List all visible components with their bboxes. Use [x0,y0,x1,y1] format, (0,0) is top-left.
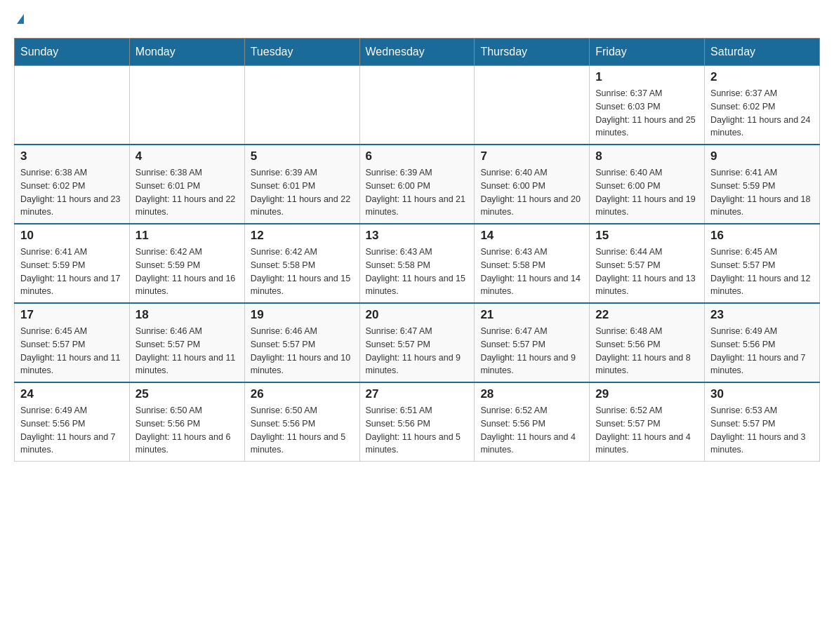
calendar-day-cell: 10Sunrise: 6:41 AMSunset: 5:59 PMDayligh… [15,224,130,303]
page-header [14,14,820,24]
calendar-day-header: Saturday [705,39,820,66]
calendar-day-cell [129,66,244,145]
day-number: 10 [20,229,124,243]
calendar-day-header: Sunday [15,39,130,66]
day-info: Sunrise: 6:43 AMSunset: 5:58 PMDaylight:… [480,246,583,298]
day-info: Sunrise: 6:40 AMSunset: 6:00 PMDaylight:… [480,166,583,219]
calendar-day-header: Wednesday [359,39,475,66]
day-info: Sunrise: 6:50 AMSunset: 5:56 PMDaylight:… [135,404,239,457]
day-info: Sunrise: 6:37 AMSunset: 6:03 PMDaylight:… [595,87,699,140]
day-number: 15 [595,229,699,243]
calendar-day-cell [15,66,130,145]
day-info: Sunrise: 6:44 AMSunset: 5:57 PMDaylight:… [595,246,699,298]
calendar-day-cell: 17Sunrise: 6:45 AMSunset: 5:57 PMDayligh… [15,303,130,382]
calendar-week-row: 24Sunrise: 6:49 AMSunset: 5:56 PMDayligh… [15,382,820,462]
day-info: Sunrise: 6:52 AMSunset: 5:56 PMDaylight:… [480,404,583,457]
calendar-day-cell: 6Sunrise: 6:39 AMSunset: 6:00 PMDaylight… [359,145,475,224]
calendar-day-cell: 3Sunrise: 6:38 AMSunset: 6:02 PMDaylight… [15,145,130,224]
calendar-day-cell: 19Sunrise: 6:46 AMSunset: 5:57 PMDayligh… [244,303,359,382]
logo-triangle-icon [17,14,24,24]
calendar-day-cell: 5Sunrise: 6:39 AMSunset: 6:01 PMDaylight… [244,145,359,224]
day-info: Sunrise: 6:42 AMSunset: 5:59 PMDaylight:… [135,246,239,298]
day-number: 12 [251,229,354,243]
calendar-day-cell: 8Sunrise: 6:40 AMSunset: 6:00 PMDaylight… [590,145,705,224]
day-number: 23 [710,308,814,322]
day-number: 13 [366,229,469,243]
calendar-table: SundayMondayTuesdayWednesdayThursdayFrid… [14,38,820,462]
day-info: Sunrise: 6:46 AMSunset: 5:57 PMDaylight:… [251,325,354,377]
calendar-day-cell: 26Sunrise: 6:50 AMSunset: 5:56 PMDayligh… [244,382,359,462]
calendar-day-cell: 12Sunrise: 6:42 AMSunset: 5:58 PMDayligh… [244,224,359,303]
calendar-day-cell: 15Sunrise: 6:44 AMSunset: 5:57 PMDayligh… [590,224,705,303]
calendar-day-cell [475,66,590,145]
day-info: Sunrise: 6:37 AMSunset: 6:02 PMDaylight:… [710,87,814,140]
calendar-day-cell: 7Sunrise: 6:40 AMSunset: 6:00 PMDaylight… [475,145,590,224]
day-info: Sunrise: 6:39 AMSunset: 6:00 PMDaylight:… [366,166,469,219]
day-number: 9 [710,149,814,163]
day-info: Sunrise: 6:40 AMSunset: 6:00 PMDaylight:… [595,166,699,219]
day-number: 28 [480,387,583,401]
day-number: 4 [135,149,239,163]
day-number: 25 [135,387,239,401]
calendar-day-cell: 29Sunrise: 6:52 AMSunset: 5:57 PMDayligh… [590,382,705,462]
day-number: 5 [251,149,354,163]
calendar-day-cell: 16Sunrise: 6:45 AMSunset: 5:57 PMDayligh… [705,224,820,303]
day-info: Sunrise: 6:53 AMSunset: 5:57 PMDaylight:… [710,404,814,457]
day-number: 1 [595,70,699,84]
day-number: 29 [595,387,699,401]
calendar-week-row: 17Sunrise: 6:45 AMSunset: 5:57 PMDayligh… [15,303,820,382]
calendar-day-cell: 9Sunrise: 6:41 AMSunset: 5:59 PMDaylight… [705,145,820,224]
day-number: 26 [251,387,354,401]
calendar-day-cell: 18Sunrise: 6:46 AMSunset: 5:57 PMDayligh… [129,303,244,382]
calendar-day-cell: 4Sunrise: 6:38 AMSunset: 6:01 PMDaylight… [129,145,244,224]
day-info: Sunrise: 6:47 AMSunset: 5:57 PMDaylight:… [366,325,469,377]
day-info: Sunrise: 6:43 AMSunset: 5:58 PMDaylight:… [366,246,469,298]
calendar-day-header: Thursday [475,39,590,66]
day-info: Sunrise: 6:42 AMSunset: 5:58 PMDaylight:… [251,246,354,298]
day-number: 24 [20,387,124,401]
calendar-day-cell: 24Sunrise: 6:49 AMSunset: 5:56 PMDayligh… [15,382,130,462]
day-number: 6 [366,149,469,163]
day-number: 17 [20,308,124,322]
calendar-day-cell: 22Sunrise: 6:48 AMSunset: 5:56 PMDayligh… [590,303,705,382]
calendar-day-header: Friday [590,39,705,66]
calendar-day-cell: 1Sunrise: 6:37 AMSunset: 6:03 PMDaylight… [590,66,705,145]
day-info: Sunrise: 6:38 AMSunset: 6:02 PMDaylight:… [20,166,124,219]
calendar-day-cell: 13Sunrise: 6:43 AMSunset: 5:58 PMDayligh… [359,224,475,303]
day-number: 2 [710,70,814,84]
logo [14,14,24,24]
calendar-day-cell [244,66,359,145]
day-info: Sunrise: 6:41 AMSunset: 5:59 PMDaylight:… [710,166,814,219]
day-info: Sunrise: 6:51 AMSunset: 5:56 PMDaylight:… [366,404,469,457]
day-info: Sunrise: 6:49 AMSunset: 5:56 PMDaylight:… [20,404,124,457]
calendar-week-row: 3Sunrise: 6:38 AMSunset: 6:02 PMDaylight… [15,145,820,224]
day-number: 20 [366,308,469,322]
day-number: 8 [595,149,699,163]
calendar-week-row: 1Sunrise: 6:37 AMSunset: 6:03 PMDaylight… [15,66,820,145]
day-number: 11 [135,229,239,243]
calendar-week-row: 10Sunrise: 6:41 AMSunset: 5:59 PMDayligh… [15,224,820,303]
day-number: 16 [710,229,814,243]
day-info: Sunrise: 6:41 AMSunset: 5:59 PMDaylight:… [20,246,124,298]
day-number: 7 [480,149,583,163]
day-info: Sunrise: 6:45 AMSunset: 5:57 PMDaylight:… [20,325,124,377]
day-info: Sunrise: 6:48 AMSunset: 5:56 PMDaylight:… [595,325,699,377]
day-number: 30 [710,387,814,401]
day-info: Sunrise: 6:46 AMSunset: 5:57 PMDaylight:… [135,325,239,377]
day-info: Sunrise: 6:50 AMSunset: 5:56 PMDaylight:… [251,404,354,457]
calendar-day-header: Monday [129,39,244,66]
calendar-day-cell: 14Sunrise: 6:43 AMSunset: 5:58 PMDayligh… [475,224,590,303]
day-info: Sunrise: 6:38 AMSunset: 6:01 PMDaylight:… [135,166,239,219]
day-info: Sunrise: 6:47 AMSunset: 5:57 PMDaylight:… [480,325,583,377]
calendar-day-cell: 23Sunrise: 6:49 AMSunset: 5:56 PMDayligh… [705,303,820,382]
day-info: Sunrise: 6:45 AMSunset: 5:57 PMDaylight:… [710,246,814,298]
day-number: 18 [135,308,239,322]
calendar-day-cell: 20Sunrise: 6:47 AMSunset: 5:57 PMDayligh… [359,303,475,382]
calendar-day-cell [359,66,475,145]
day-number: 22 [595,308,699,322]
calendar-day-cell: 28Sunrise: 6:52 AMSunset: 5:56 PMDayligh… [475,382,590,462]
day-number: 3 [20,149,124,163]
calendar-header-row: SundayMondayTuesdayWednesdayThursdayFrid… [15,39,820,66]
calendar-day-cell: 25Sunrise: 6:50 AMSunset: 5:56 PMDayligh… [129,382,244,462]
day-number: 14 [480,229,583,243]
